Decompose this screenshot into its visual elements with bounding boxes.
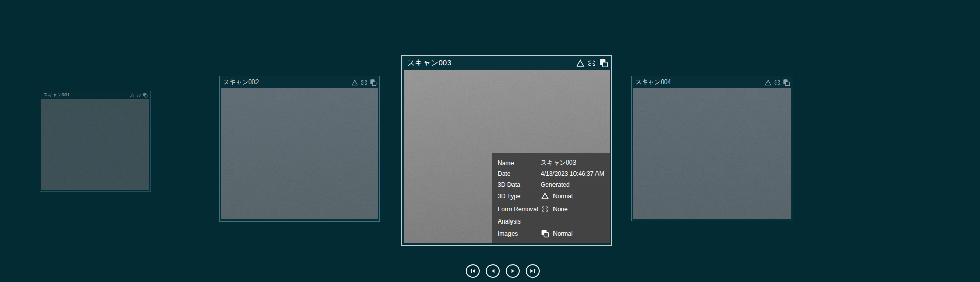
info-row-analysis: Analysis	[498, 215, 610, 227]
form-removal-icon	[136, 93, 141, 98]
images-icon	[143, 93, 148, 98]
info-row-form-removal: Form Removal None	[498, 203, 610, 215]
scan-card-001[interactable]: スキャン001	[40, 91, 151, 192]
card-header: スキャン004	[632, 76, 793, 88]
info-label: Form Removal	[498, 206, 541, 213]
scan-thumbnail-image	[41, 99, 149, 190]
images-icon	[370, 79, 377, 86]
previous-icon	[489, 268, 496, 274]
images-icon	[541, 229, 549, 238]
next-button[interactable]	[506, 264, 520, 278]
card-title: スキャン001	[43, 92, 70, 98]
carousel-navigation	[466, 264, 540, 278]
scan-card-003[interactable]: スキャン003 Name スキャン003 Date	[401, 55, 612, 246]
info-label: Analysis	[498, 218, 541, 225]
scan-info-panel: Name スキャン003 Date 4/13/2023 10:46:37 AM …	[492, 153, 610, 243]
card-status-icons	[130, 93, 148, 98]
info-value: Normal	[541, 192, 573, 200]
card-title: スキャン002	[223, 78, 259, 87]
scan-thumbnail-image	[633, 88, 791, 219]
form-removal-icon	[541, 205, 549, 213]
info-row-3d-type: 3D Type Normal	[498, 190, 610, 203]
info-value: 4/13/2023 10:46:37 AM	[541, 170, 604, 177]
3d-type-triangle-icon	[351, 79, 358, 86]
skip-to-last-icon	[529, 268, 536, 274]
info-label: 3D Data	[498, 181, 541, 188]
scan-card-004[interactable]: スキャン004	[631, 76, 793, 221]
scan-card-002[interactable]: スキャン002	[219, 76, 380, 222]
scan-thumbnail-image	[221, 88, 378, 219]
info-row-images: Images Normal	[498, 227, 610, 240]
form-removal-icon	[360, 79, 368, 86]
first-button[interactable]	[466, 264, 480, 278]
card-status-icons	[576, 58, 608, 68]
info-label: Date	[498, 170, 541, 177]
info-value: None	[541, 205, 568, 213]
card-title: スキャン004	[635, 78, 671, 87]
info-row-name: Name スキャン003	[498, 157, 610, 168]
scan-thumbnail	[221, 88, 378, 219]
card-header: スキャン002	[220, 76, 379, 88]
card-header: スキャン001	[40, 91, 150, 99]
info-row-3d-data: 3D Data Generated	[498, 179, 610, 190]
card-header: スキャン003	[402, 56, 611, 70]
form-removal-icon	[587, 58, 596, 68]
info-value: Normal	[541, 229, 573, 238]
info-row-date: Date 4/13/2023 10:46:37 AM	[498, 168, 610, 179]
info-label: Images	[498, 230, 541, 237]
info-value: スキャン003	[541, 158, 576, 167]
triangle-icon	[541, 192, 549, 200]
next-icon	[509, 268, 516, 274]
images-icon	[599, 58, 608, 68]
info-label: 3D Type	[498, 193, 541, 200]
last-button[interactable]	[526, 264, 540, 278]
scan-thumbnail	[41, 99, 149, 190]
card-status-icons	[351, 79, 377, 86]
scan-carousel-screen: スキャン001 スキャン002	[0, 0, 980, 282]
form-removal-icon	[774, 79, 781, 86]
card-title: スキャン003	[407, 58, 451, 68]
skip-to-first-icon	[470, 268, 476, 274]
info-value: Generated	[541, 181, 570, 188]
images-icon	[783, 79, 790, 86]
3d-type-triangle-icon	[764, 79, 772, 86]
info-label: Name	[498, 159, 541, 167]
scan-thumbnail: Name スキャン003 Date 4/13/2023 10:46:37 AM …	[404, 70, 610, 243]
card-status-icons	[764, 79, 790, 86]
previous-button[interactable]	[486, 264, 500, 278]
3d-type-triangle-icon	[130, 93, 135, 98]
3d-type-triangle-icon	[576, 58, 585, 68]
scan-thumbnail	[633, 88, 791, 219]
